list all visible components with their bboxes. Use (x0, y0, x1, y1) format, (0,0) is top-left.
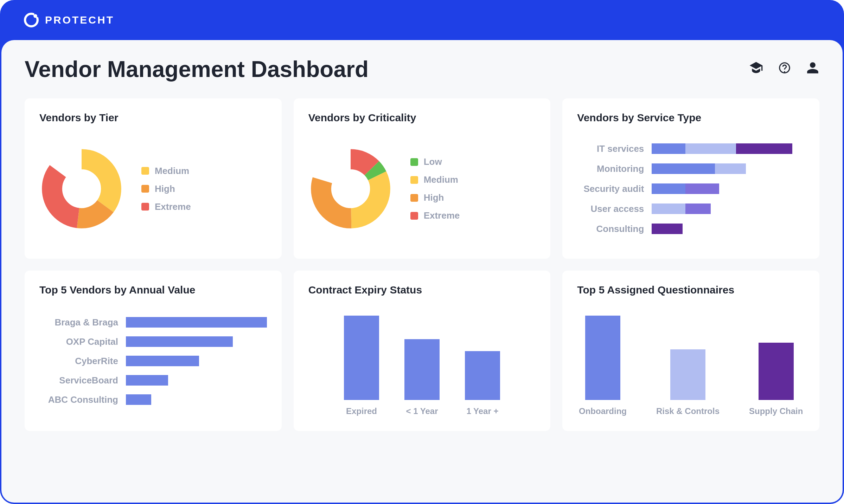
card-top-vendors-value: Top 5 Vendors by Annual Value Braga & Br… (25, 271, 282, 431)
stacked-row: Consulting (577, 224, 805, 234)
vbar: Expired (344, 316, 379, 416)
bar-col (585, 316, 620, 400)
swatch-icon (410, 158, 418, 166)
swatch-icon (410, 176, 418, 184)
legend-item: Extreme (141, 201, 191, 212)
page-title: Vendor Management Dashboard (25, 56, 369, 82)
bar-label: Risk & Controls (656, 406, 720, 416)
bar-segment (652, 143, 685, 154)
bar-fill (126, 317, 267, 328)
hbar-row: ABC Consulting (39, 394, 267, 405)
row-label: OXP Capital (39, 336, 118, 347)
card-top-questionnaires: Top 5 Assigned Questionnaires Onboarding… (562, 271, 819, 431)
swatch-icon (410, 212, 418, 220)
legend-label: Low (424, 156, 442, 167)
row-label: Braga & Braga (39, 317, 118, 328)
legend-label: High (155, 183, 175, 194)
brand-name: PROTECHT (45, 14, 114, 26)
legend-tier: Medium High Extreme (141, 166, 191, 212)
row-label: User access (577, 203, 644, 214)
stacked-row: Monitoring (577, 163, 805, 174)
bar-fill (126, 336, 233, 347)
stacked-row: Security audit (577, 183, 805, 194)
bar-col (465, 351, 500, 400)
legend-label: Extreme (424, 210, 460, 221)
bar-segment (685, 183, 719, 194)
bar-fill (126, 394, 151, 405)
swatch-icon (141, 203, 149, 211)
bar-segment (652, 224, 683, 234)
vbar: < 1 Year (404, 339, 440, 416)
legend-item: High (410, 192, 460, 203)
bar-label: Supply Chain (749, 406, 803, 416)
bar-fill (126, 375, 168, 386)
bar-segment (652, 203, 685, 214)
vbars-expiry: Expired < 1 Year 1 Year + (308, 306, 536, 416)
bar-col (759, 343, 794, 400)
hbars-value: Braga & Braga OXP Capital CyberRite Serv… (39, 306, 267, 416)
bar-fill (126, 356, 199, 366)
row-label: ServiceBoard (39, 375, 118, 386)
card-title: Top 5 Assigned Questionnaires (577, 284, 805, 296)
stacked-bars-service: IT services Monitoring Security audit Us… (577, 134, 805, 244)
legend-label: High (424, 192, 444, 203)
card-title: Top 5 Vendors by Annual Value (39, 284, 267, 296)
hbar-row: Braga & Braga (39, 317, 267, 328)
bar-label: Expired (346, 406, 377, 416)
vbar: 1 Year + (465, 351, 500, 416)
bar-segment (652, 183, 685, 194)
card-title: Vendors by Tier (39, 112, 267, 124)
bar-segment (715, 163, 746, 174)
legend-item: Low (410, 156, 460, 167)
bar-col (344, 316, 379, 400)
row-label: Security audit (577, 183, 644, 194)
legend-item: Medium (410, 174, 460, 185)
row-label: Monitoring (577, 163, 644, 174)
bar-col (670, 349, 705, 400)
legend-label: Medium (424, 174, 458, 185)
bar-segment (652, 163, 715, 174)
brand-logo[interactable]: PROTECHT (24, 13, 114, 27)
academy-icon[interactable] (749, 61, 763, 78)
bar-segment (736, 143, 792, 154)
vbar: Supply Chain (749, 343, 803, 416)
legend-label: Medium (155, 166, 189, 176)
app-window: PROTECHT Vendor Management Dashboard Ven… (0, 0, 844, 504)
header-actions (749, 61, 819, 78)
bar-label: < 1 Year (406, 406, 438, 416)
row-label: IT services (577, 143, 644, 154)
vbar: Risk & Controls (656, 349, 720, 416)
donut-criticality (308, 147, 393, 231)
bar-label: 1 Year + (466, 406, 498, 416)
content-area: Vendor Management Dashboard Vendors by T… (1, 40, 843, 503)
legend-criticality: Low Medium High Extreme (410, 156, 460, 221)
card-grid: Vendors by Tier Medium High Extreme (25, 98, 819, 431)
swatch-icon (410, 194, 418, 202)
hbar-row: OXP Capital (39, 336, 267, 347)
bar-col (404, 339, 440, 400)
user-icon[interactable] (806, 61, 819, 78)
card-vendors-by-criticality: Vendors by Criticality Low Medium Hi (294, 98, 551, 259)
topbar: PROTECHT (0, 0, 844, 40)
bar-label: Onboarding (579, 406, 627, 416)
card-title: Contract Expiry Status (308, 284, 536, 296)
svg-point-2 (33, 14, 37, 18)
page-header: Vendor Management Dashboard (25, 56, 819, 82)
row-label: ABC Consulting (39, 394, 118, 405)
card-vendors-by-tier: Vendors by Tier Medium High Extreme (25, 98, 282, 259)
help-icon[interactable] (778, 61, 791, 78)
brand-mark-icon (24, 13, 39, 27)
vbar: Onboarding (579, 316, 627, 416)
donut-tier (39, 147, 124, 231)
legend-label: Extreme (155, 201, 191, 212)
bar-segment (685, 203, 711, 214)
swatch-icon (141, 185, 149, 193)
vbars-quest: Onboarding Risk & Controls Supply Chain (577, 306, 805, 416)
hbar-row: ServiceBoard (39, 375, 267, 386)
row-label: CyberRite (39, 356, 118, 367)
stacked-row: IT services (577, 143, 805, 154)
legend-item: High (141, 183, 191, 194)
card-vendors-by-service-type: Vendors by Service Type IT services Moni… (562, 98, 819, 259)
card-title: Vendors by Criticality (308, 112, 536, 124)
hbar-row: CyberRite (39, 356, 267, 367)
